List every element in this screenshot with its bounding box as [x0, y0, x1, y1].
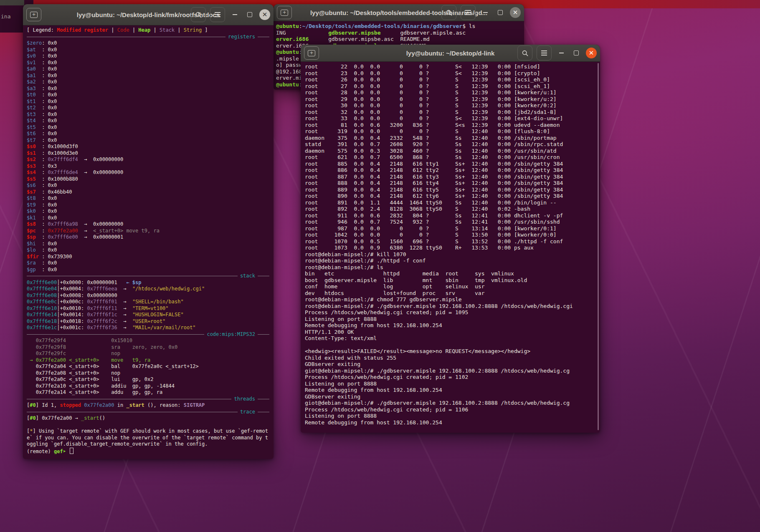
terminal-line: $t3 : 0x0	[27, 111, 269, 118]
terminal-line: $gp : 0x0	[27, 267, 269, 273]
terminal-line: 0x77fe2a14 <_start+0> addu gp, gp, ra	[27, 389, 269, 396]
terminal-line: GDBserver exiting	[305, 393, 596, 400]
new-tab-icon: +	[281, 10, 288, 16]
titlebar[interactable]: lyy@ubuntu: ~/Desktop/tools/embedded-too…	[274, 4, 524, 21]
maximize-icon	[574, 50, 579, 55]
section-label: threads	[234, 396, 255, 403]
section-label: stack	[240, 273, 255, 280]
terminal-line: root 911 0.0 0.6 2832 804 ? Ss 12:41 0:0…	[305, 212, 596, 219]
terminal-line: statd 391 0.0 0.7 2608 920 ? Ss 12:40 0:…	[305, 141, 596, 148]
terminal-line: root 890 0.0 0.4 2148 612 tty6 Ss+ 12:40…	[305, 193, 596, 199]
close-button[interactable]: ✕	[510, 7, 521, 18]
terminal-line: $t9 : 0x0	[27, 202, 269, 209]
section-separator: code:mips:MIPS32	[27, 331, 269, 338]
menu-button[interactable]	[537, 45, 552, 61]
new-tab-button[interactable]: +	[277, 6, 292, 19]
background-window-titlebar-fragment	[0, 0, 24, 5]
terminal-line: $s5 : 0x1000b880	[27, 176, 269, 183]
terminal-line: Process /htdocs/web/hedwig.cgi created; …	[305, 374, 596, 381]
terminal-line: $a3 : 0x0	[27, 86, 269, 92]
hamburger-icon	[215, 12, 220, 17]
section-separator: threads	[27, 396, 269, 403]
search-button[interactable]	[191, 7, 206, 22]
maximize-icon	[247, 12, 252, 17]
minimize-icon	[483, 12, 488, 13]
terminal-line: root 1073 0.0 0.9 6380 1228 ttyS0 R+ 13:…	[305, 245, 596, 251]
terminal-content[interactable]: root 22 0.0 0.0 0 0 ? S< 12:39 0:00 [nfs…	[301, 62, 600, 426]
section-label: code:mips:MIPS32	[207, 331, 255, 338]
terminal-line: $s1 : 0x1000d3e0	[27, 150, 269, 157]
terminal-line: root 888 0.0 0.4 2148 616 tty4 Ss+ 12:40…	[305, 180, 596, 187]
terminal-line: 0x7fff6e08│+0x0008: 0x00000000	[27, 292, 269, 299]
terminal-line: 0x77fe2a04 <_start+0> bal 0x77fe2a0c <_s…	[27, 363, 269, 370]
terminal-line: root 30 0.0 0.0 0 0 ? S 12:39 0:00 [kwor…	[305, 102, 596, 109]
terminal-scrollbar[interactable]	[598, 63, 599, 430]
titlebar[interactable]: lyy@ubuntu: ~/Desktop/d-link + ✕	[301, 45, 600, 62]
menu-button[interactable]	[461, 5, 476, 20]
terminal-line: $ra : 0x0	[27, 260, 269, 267]
terminal-line: root 885 0.0 0.4 2148 616 tty1 Ss+ 12:40…	[305, 161, 596, 167]
terminal-line: $s7 : 0x46bb40	[27, 189, 269, 196]
terminal-line: $fir : 0x739300	[27, 254, 269, 260]
terminal-line: root 1070 0.0 0.5 1560 696 ? S 13:52 0:0…	[305, 238, 596, 245]
terminal-line: root 319 0.0 0.0 0 0 ? S 12:40 0:00 [flu…	[305, 128, 596, 135]
terminal-line: $t2 : 0x0	[27, 105, 269, 111]
terminal-line: root 892 0.0 2.4 8128 3068 ttyS0 S 12:40…	[305, 206, 596, 212]
terminal-line: $at : 0x0	[27, 47, 269, 53]
terminal-line: $v1 : 0x0	[27, 60, 269, 66]
terminal-line: @ubuntu:~/Desktop/tools/embedded-tools/b…	[276, 23, 520, 30]
minimize-icon	[559, 53, 564, 53]
terminal-line: root@debian-mipsel:/# ./gdbserver.mipsle…	[305, 303, 596, 310]
terminal-line: Listening on port 8888	[305, 381, 596, 387]
terminal-content[interactable]: [ Legend: Modified register | Code | Hea…	[23, 25, 274, 454]
close-button[interactable]: ✕	[259, 9, 270, 20]
terminal-line: Remote debugging from host 192.168.100.2…	[305, 419, 596, 426]
terminal-line: 0x7fff6e10│+0x0010: 0x7fff6f11 → "TERM=v…	[27, 305, 269, 312]
terminal-line: $t7 : 0x0	[27, 137, 269, 144]
titlebar[interactable]: lyy@ubuntu: ~/Desktop/d-link/fmk/rootfs/…	[23, 4, 274, 25]
terminal-line: root 891 0.0 1.1 4444 1464 ttyS0 Ss 12:4…	[305, 199, 596, 206]
search-icon	[446, 10, 452, 16]
terminal-line: $k1 : 0x0	[27, 215, 269, 222]
terminal-line: root 889 0.0 0.4 2148 616 tty5 Ss+ 12:40…	[305, 187, 596, 193]
terminal-line: 0x77fe2a0c <_start+0> lui gp, 0x2	[27, 376, 269, 383]
menu-button[interactable]	[210, 7, 225, 22]
search-button[interactable]	[441, 5, 456, 20]
terminal-line: giot@debian-mipsel:/# ./gdbserver.mipsle…	[305, 400, 596, 406]
search-icon	[195, 12, 202, 18]
terminal-line: root@debian-mipsel:/# chmod 777 gdbserve…	[305, 296, 596, 303]
minimize-button[interactable]	[480, 7, 491, 18]
terminal-line: 0x7fff6e00│+0x0000: 0x00000001 ← $sp	[27, 280, 269, 286]
terminal-line: 0x77fe29f4 0x15010	[27, 338, 269, 344]
minimize-icon	[233, 14, 237, 15]
terminal-line: 0x77fe2a08 <_start+0> nop	[27, 370, 269, 377]
maximize-button[interactable]	[571, 48, 582, 58]
maximize-button[interactable]	[495, 7, 506, 18]
new-tab-button[interactable]: +	[304, 46, 319, 60]
terminal-line: Process /htdocs/web/hedwig.cgi created; …	[305, 309, 596, 316]
close-icon: ✕	[262, 12, 268, 18]
new-tab-icon: +	[30, 12, 38, 18]
terminal-line: root 28 0.0 0.0 0 0 ? S 12:39 0:00 [kwor…	[305, 89, 596, 96]
terminal-line: root 32 0.0 0.0 0 0 ? S 12:39 0:00 [jbd2…	[305, 109, 596, 116]
terminal-cursor	[70, 448, 73, 454]
section-separator: trace	[27, 409, 269, 416]
terminal-line: ING gdbserver.mipsbe gdbserver.mipsle.as…	[276, 30, 520, 36]
terminal-line: root 946 0.0 0.7 7524 932 ? Ss 12:41 0:0…	[305, 219, 596, 225]
terminal-line: $a2 : 0x0	[27, 79, 269, 86]
minimize-button[interactable]	[556, 48, 567, 58]
terminal-line: $t1 : 0x0	[27, 98, 269, 105]
search-button[interactable]	[517, 45, 532, 61]
terminal-line: Content-Type: text/xml	[305, 335, 596, 342]
maximize-button[interactable]	[244, 9, 255, 20]
terminal-line	[305, 342, 596, 348]
terminal-line: root 887 0.0 0.4 2148 616 tty3 Ss+ 12:40…	[305, 174, 596, 180]
terminal-line: $s3 : 0x3	[27, 163, 269, 170]
new-tab-button[interactable]: +	[26, 8, 41, 21]
terminal-line: → 0x77fe2a00 <_start+0> move t9, ra	[27, 357, 269, 364]
terminal-line: root 1042 0.0 0.0 0 0 ? S 13:50 0:00 [kw…	[305, 232, 596, 238]
minimize-button[interactable]	[229, 9, 240, 20]
terminal-line: $s0 : 0x1000d3f0	[27, 144, 269, 150]
terminal-line: root 33 0.0 0.0 0 0 ? S< 12:39 0:00 [ext…	[305, 115, 596, 122]
close-button[interactable]: ✕	[586, 48, 597, 58]
